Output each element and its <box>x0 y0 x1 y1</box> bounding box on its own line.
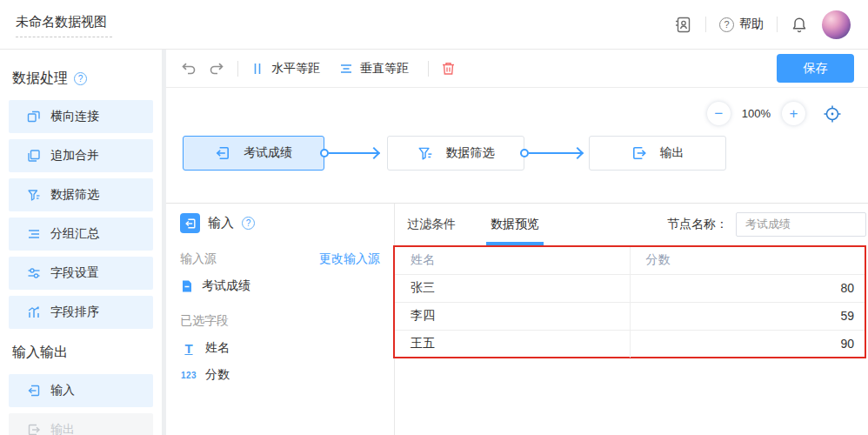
vertical-spacing-icon <box>339 62 353 76</box>
node-label: 输出 <box>660 145 684 161</box>
source-name: 考试成绩 <box>202 278 250 294</box>
header-actions: ? 帮助 <box>674 10 851 39</box>
connector-port[interactable] <box>520 149 529 157</box>
join-horizontal-icon <box>27 110 41 124</box>
horizontal-spacing-icon <box>250 62 264 76</box>
redo-button[interactable] <box>209 61 225 76</box>
flow-node-output[interactable]: 输出 <box>589 136 726 171</box>
field-sort-icon <box>27 305 41 319</box>
column-header-name: 姓名 <box>395 247 630 274</box>
app-window: 未命名数据视图 ? 帮助 <box>0 0 868 435</box>
node-label: 数据筛选 <box>446 145 495 161</box>
sidebar-item-output: 输出 <box>9 413 153 435</box>
node-name-input[interactable] <box>736 212 866 237</box>
output-node-icon <box>631 145 647 161</box>
flow-edge <box>529 152 582 154</box>
filter-node-icon <box>417 145 433 161</box>
sheet-icon <box>180 279 194 293</box>
tab-data-preview[interactable]: 数据预览 <box>491 204 539 245</box>
connector-port[interactable] <box>320 149 329 157</box>
sidebar-item-label: 字段设置 <box>50 265 99 281</box>
cell-name: 李四 <box>395 302 630 330</box>
cell-name: 王五 <box>395 330 630 358</box>
field-item-number: 123 分数 <box>180 367 380 383</box>
sidebar-item-horizontal-join[interactable]: 横向连接 <box>9 100 153 133</box>
input-badge-icon <box>180 213 200 233</box>
flow-node-input[interactable]: 考试成绩 <box>183 136 324 171</box>
zoom-controls: − 100% + <box>707 102 842 125</box>
table-row: 张三 80 <box>395 274 865 302</box>
sidebar-item-label: 追加合并 <box>50 148 99 164</box>
horizontal-spacing-label: 水平等距 <box>271 61 320 77</box>
sidebar-item-group-summary[interactable]: 分组汇总 <box>9 218 153 251</box>
sidebar-item-append-merge[interactable]: 追加合并 <box>9 139 153 172</box>
sidebar-item-label: 输出 <box>50 422 75 435</box>
vertical-spacing-button[interactable]: 垂直等距 <box>339 61 409 77</box>
node-name-field: 节点名称： <box>667 212 868 237</box>
processing-help-icon[interactable]: ? <box>74 72 87 85</box>
sidebar-section-processing: 数据处理 ? <box>12 70 153 88</box>
panel-title: 输入 <box>208 215 234 231</box>
change-source-link[interactable]: 更改输入源 <box>319 251 380 267</box>
notifications-button[interactable] <box>791 16 808 34</box>
table-row: 李四 59 <box>395 302 865 330</box>
sidebar-item-label: 分组汇总 <box>50 226 99 242</box>
undo-button[interactable] <box>180 61 197 76</box>
cell-score: 90 <box>630 330 865 358</box>
input-source-row: 输入源 更改输入源 <box>180 251 380 267</box>
processing-title: 数据处理 <box>12 70 68 88</box>
tabs-row: 过滤条件 数据预览 节点名称： <box>395 204 868 245</box>
zoom-out-button[interactable]: − <box>707 102 731 125</box>
toolbar-divider <box>237 61 238 77</box>
input-glyph <box>184 218 197 230</box>
contact-book-icon <box>674 16 692 34</box>
output-icon <box>27 423 41 435</box>
question-icon: ? <box>719 17 734 32</box>
user-avatar[interactable] <box>822 10 851 39</box>
header-divider <box>777 17 778 32</box>
zoom-in-button[interactable]: + <box>782 102 805 125</box>
main-layout: 数据处理 ? 横向连接 追加合并 <box>0 50 868 435</box>
help-button[interactable]: ? 帮助 <box>719 17 764 32</box>
fit-center-button[interactable] <box>823 104 842 124</box>
tab-filter-conditions[interactable]: 过滤条件 <box>407 204 456 245</box>
preview-table-highlight: 姓名 分数 张三 80 李四 <box>393 245 866 358</box>
selected-fields-label: 已选字段 <box>180 313 380 329</box>
contacts-icon[interactable] <box>674 16 692 34</box>
input-icon <box>27 384 41 398</box>
node-label: 考试成绩 <box>244 145 292 161</box>
canvas-toolbar: 水平等距 垂直等距 <box>166 50 868 88</box>
bell-icon <box>791 16 808 34</box>
flow-node-filter[interactable]: 数据筛选 <box>387 136 524 171</box>
input-source-label: 输入源 <box>180 251 217 267</box>
column-header-score: 分数 <box>630 247 865 274</box>
cell-score: 59 <box>630 302 865 330</box>
crosshair-icon <box>823 104 842 124</box>
sidebar: 数据处理 ? 横向连接 追加合并 <box>0 50 162 435</box>
horizontal-spacing-button[interactable]: 水平等距 <box>250 61 320 77</box>
sidebar-item-input[interactable]: 输入 <box>9 374 153 407</box>
filter-icon <box>27 188 41 202</box>
sidebar-section-io: 输入输出 <box>12 344 153 362</box>
header-divider <box>705 17 706 32</box>
zoom-level: 100% <box>742 107 771 120</box>
document-title[interactable]: 未命名数据视图 <box>16 11 112 37</box>
group-summary-icon <box>27 227 41 241</box>
cell-score: 80 <box>630 274 865 302</box>
sidebar-item-data-filter[interactable]: 数据筛选 <box>9 178 153 211</box>
sidebar-item-field-settings[interactable]: 字段设置 <box>9 257 153 290</box>
flow-canvas[interactable]: − 100% + <box>166 88 868 202</box>
field-settings-icon <box>27 266 41 280</box>
panel-help-icon[interactable]: ? <box>242 217 255 230</box>
delete-button[interactable] <box>441 61 456 77</box>
input-node-icon <box>215 145 230 161</box>
table-header-row: 姓名 分数 <box>395 247 865 274</box>
sidebar-item-field-sort[interactable]: 字段排序 <box>9 296 153 329</box>
field-name: 姓名 <box>205 340 230 356</box>
source-item: 考试成绩 <box>180 278 380 294</box>
cell-name: 张三 <box>395 274 630 302</box>
trash-icon <box>441 61 456 77</box>
save-button[interactable]: 保存 <box>777 54 854 83</box>
panel-header: 输入 ? <box>180 213 380 233</box>
text-type-icon: T <box>180 341 197 356</box>
